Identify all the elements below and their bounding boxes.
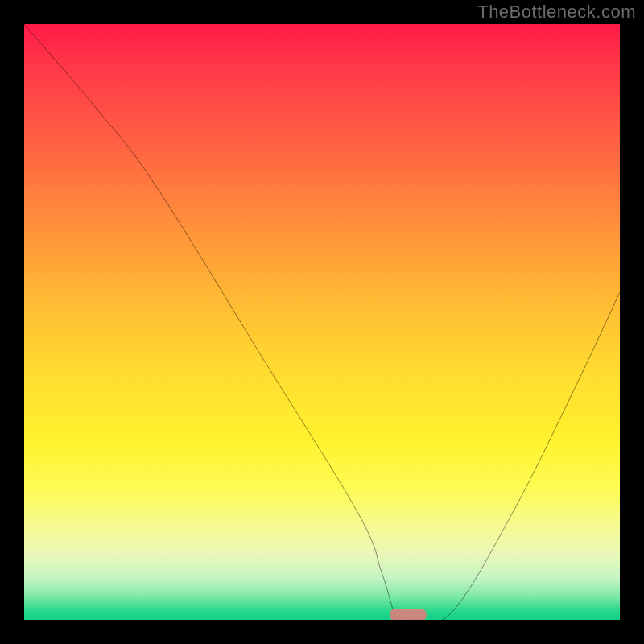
optimal-range-marker xyxy=(390,609,427,620)
plot-area xyxy=(24,24,620,620)
curve-path xyxy=(24,24,620,620)
chart-frame: TheBottleneck.com xyxy=(0,0,644,644)
watermark-text: TheBottleneck.com xyxy=(477,2,636,23)
bottleneck-curve xyxy=(24,24,620,620)
